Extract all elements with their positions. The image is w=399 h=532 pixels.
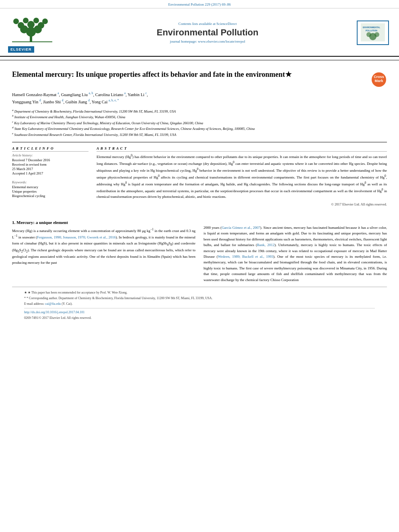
footer-corr-note: * * Corresponding author. Department of … bbox=[24, 296, 375, 301]
email-suffix: (Y. Cai). bbox=[61, 302, 72, 306]
section1-heading: 1. Mercury: a unique element bbox=[12, 220, 195, 225]
article-title-row: Elemental mercury: Its unique properties… bbox=[12, 70, 387, 88]
svg-point-5 bbox=[18, 22, 24, 29]
article-info-label: A R T I C L E I N F O bbox=[12, 146, 88, 152]
email-label: E-mail address: bbox=[24, 302, 45, 306]
keywords-label: Keywords: bbox=[12, 180, 88, 184]
abstract-text: Elemental mercury (Hg0) has different be… bbox=[97, 153, 387, 200]
crossmark-badge[interactable]: Cross Mark bbox=[371, 72, 387, 88]
journal-reference: Environmental Pollution 229 (2017) 69–86 bbox=[168, 2, 231, 6]
revised-label: Received in revised form bbox=[12, 162, 88, 166]
svg-text:ENVIRONMENTAL: ENVIRONMENTAL bbox=[363, 26, 380, 29]
issn-line: 0269-7491/© 2017 Elsevier Ltd. All right… bbox=[24, 316, 375, 320]
article-history-label: Article history: bbox=[12, 153, 88, 157]
doi-line: http://dx.doi.org/10.1016/j.envpol.2017.… bbox=[24, 310, 375, 315]
ref-garcia[interactable]: García Gómez et al., 2007 bbox=[222, 226, 260, 230]
svg-point-6 bbox=[27, 21, 35, 28]
ref-bank[interactable]: Bank, 2012 bbox=[257, 243, 274, 247]
abstract-label: A B S T R A C T bbox=[97, 146, 387, 152]
authors-line: Hansell Gonzalez-Raymat a, Guangliang Li… bbox=[12, 91, 387, 106]
svg-point-10 bbox=[33, 18, 39, 23]
keyword-2: Unique properties bbox=[12, 189, 88, 193]
elsevier-tree-icon bbox=[8, 12, 56, 45]
body-right-col: 2000 years (García Gómez et al., 2007). … bbox=[204, 218, 387, 283]
svg-text:Cross: Cross bbox=[374, 75, 384, 79]
ref-wedeen[interactable]: Wedeen, 1989; Buckell et al., 1993 bbox=[218, 255, 274, 259]
journal-header: ELSEVIER Contents lists available at Sci… bbox=[0, 8, 399, 57]
affiliation-b: b Institute of Environment and Health, J… bbox=[12, 114, 387, 120]
ref-fergusson[interactable]: Fergusson, 1990; Jonasson, 1970; Gworek … bbox=[37, 235, 116, 239]
article-body: Elemental mercury: Its unique properties… bbox=[0, 64, 399, 212]
svg-point-17 bbox=[366, 32, 371, 37]
svg-text:Mark: Mark bbox=[374, 79, 383, 83]
article-info-abstract-row: A R T I C L E I N F O Article history: R… bbox=[12, 146, 387, 206]
ep-logo-area: ENVIRONMENTAL POLLUTION bbox=[355, 21, 391, 45]
contents-available-text: Contents lists available at ScienceDirec… bbox=[60, 22, 355, 26]
svg-point-8 bbox=[13, 18, 19, 24]
article-history: Article history: Received 7 December 201… bbox=[12, 153, 88, 175]
doi-link[interactable]: http://dx.doi.org/10.1016/j.envpol.2017.… bbox=[24, 310, 84, 314]
top-ref-bar: Environmental Pollution 229 (2017) 69–86 bbox=[0, 0, 399, 8]
body-columns: 1. Mercury: a unique element Mercury (Hg… bbox=[12, 218, 387, 283]
svg-text:POLLUTION: POLLUTION bbox=[366, 29, 377, 32]
homepage-link[interactable]: www.elsevier.com/locate/envpol bbox=[198, 39, 245, 43]
svg-point-9 bbox=[23, 18, 29, 23]
received-date: Received 7 December 2016 bbox=[12, 158, 88, 162]
affiliation-a: a Department of Chemistry & Biochemistry… bbox=[12, 108, 387, 114]
body-left-text: Mercury (Hg) is a naturally occurring el… bbox=[12, 227, 195, 265]
svg-rect-12 bbox=[12, 41, 52, 42]
email-link[interactable]: cai@fiu.edu bbox=[45, 302, 61, 306]
svg-point-18 bbox=[374, 32, 379, 37]
footer: ★ ★ This paper has been recommended for … bbox=[12, 287, 387, 325]
affiliation-d: d State Key Laboratory of Environmental … bbox=[12, 125, 387, 131]
body-left-col: 1. Mercury: a unique element Mercury (Hg… bbox=[12, 218, 195, 283]
page: Environmental Pollution 229 (2017) 69–86 bbox=[0, 0, 399, 331]
copyright-text: © 2017 Elsevier Ltd. All rights reserved… bbox=[97, 202, 387, 206]
svg-point-11 bbox=[42, 18, 48, 24]
revised-date: 25 March 2017 bbox=[12, 167, 88, 171]
affiliation-e: e Southeast Environmental Research Cente… bbox=[12, 131, 387, 138]
ep-logo-box: ENVIRONMENTAL POLLUTION bbox=[357, 21, 389, 45]
journal-homepage: journal homepage: www.elsevier.com/locat… bbox=[60, 39, 355, 43]
sciencedirect-link[interactable]: ScienceDirect bbox=[216, 22, 237, 26]
accepted-date: Accepted 1 April 2017 bbox=[12, 171, 88, 175]
body-right-text: 2000 years (García Gómez et al., 2007). … bbox=[204, 225, 387, 283]
abstract-col: A B S T R A C T Elemental mercury (Hg0) … bbox=[97, 146, 387, 206]
footer-email: E-mail address: cai@fiu.edu (Y. Cai). bbox=[24, 302, 375, 306]
article-title-text: Elemental mercury: Its unique properties… bbox=[12, 70, 371, 80]
main-content: 1. Mercury: a unique element Mercury (Hg… bbox=[0, 212, 399, 331]
keyword-3: Biogeochemical cycling bbox=[12, 194, 88, 198]
affiliations: a Department of Chemistry & Biochemistry… bbox=[12, 108, 387, 138]
article-info-col: A R T I C L E I N F O Article history: R… bbox=[12, 146, 88, 206]
affiliation-c: c Key Laboratory of Marine Chemistry The… bbox=[12, 120, 387, 126]
journal-title: Environmental Pollution bbox=[60, 27, 355, 38]
footer-star-note: ★ ★ This paper has been recommended for … bbox=[24, 290, 375, 295]
elsevier-logo-area: ELSEVIER bbox=[8, 12, 60, 53]
keyword-1: Elemental mercury bbox=[12, 185, 88, 189]
keywords-section: Keywords: Elemental mercury Unique prope… bbox=[12, 180, 88, 198]
ep-journal-image: ENVIRONMENTAL POLLUTION bbox=[361, 23, 385, 41]
elsevier-label: ELSEVIER bbox=[8, 46, 34, 53]
journal-title-area: Contents lists available at ScienceDirec… bbox=[60, 22, 355, 43]
elsevier-brand: ELSEVIER bbox=[8, 46, 34, 53]
